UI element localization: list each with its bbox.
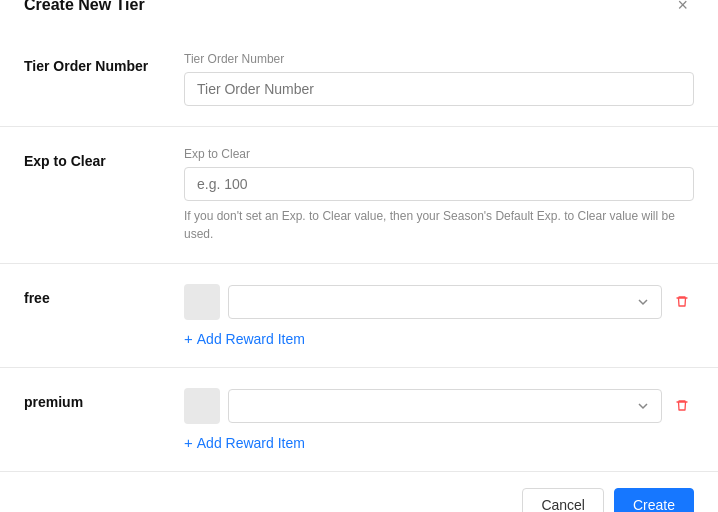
- tier-order-row: Tier Order Number Tier Order Number: [0, 32, 718, 127]
- free-reward-thumbnail: [184, 284, 220, 320]
- exp-to-clear-row: Exp to Clear Exp to Clear If you don't s…: [0, 127, 718, 264]
- free-reward-select[interactable]: [228, 285, 662, 319]
- exp-to-clear-input[interactable]: [184, 167, 694, 201]
- exp-to-clear-help: If you don't set an Exp. to Clear value,…: [184, 207, 694, 243]
- cancel-button[interactable]: Cancel: [522, 488, 604, 512]
- free-delete-button[interactable]: [670, 290, 694, 314]
- free-reward-row: [184, 284, 694, 320]
- tier-order-content: Tier Order Number: [184, 52, 694, 106]
- free-plus-icon: +: [184, 330, 193, 347]
- modal-body: Tier Order Number Tier Order Number Exp …: [0, 32, 718, 471]
- tier-order-label: Tier Order Number: [24, 52, 184, 74]
- free-content: + Add Reward Item: [184, 284, 694, 347]
- trash-icon: [674, 398, 690, 414]
- exp-to-clear-sublabel: Exp to Clear: [184, 147, 694, 161]
- modal-title: Create New Tier: [24, 0, 145, 14]
- close-button[interactable]: ×: [671, 0, 694, 16]
- free-label: free: [24, 284, 184, 306]
- modal-overlay: Create New Tier × Tier Order Number Tier…: [0, 0, 718, 512]
- tier-order-input[interactable]: [184, 72, 694, 106]
- modal-dialog: Create New Tier × Tier Order Number Tier…: [0, 0, 718, 512]
- premium-reward-thumbnail: [184, 388, 220, 424]
- free-row: free +: [0, 264, 718, 368]
- trash-icon: [674, 294, 690, 310]
- premium-add-reward-button[interactable]: + Add Reward Item: [184, 434, 305, 451]
- premium-plus-icon: +: [184, 434, 193, 451]
- free-add-reward-label: Add Reward Item: [197, 331, 305, 347]
- exp-to-clear-content: Exp to Clear If you don't set an Exp. to…: [184, 147, 694, 243]
- tier-order-sublabel: Tier Order Number: [184, 52, 694, 66]
- premium-add-reward-label: Add Reward Item: [197, 435, 305, 451]
- modal-header: Create New Tier ×: [0, 0, 718, 32]
- premium-content: + Add Reward Item: [184, 388, 694, 451]
- premium-reward-row: [184, 388, 694, 424]
- premium-row: premium +: [0, 368, 718, 471]
- premium-label: premium: [24, 388, 184, 410]
- modal-footer: Cancel Create: [0, 471, 718, 512]
- premium-delete-button[interactable]: [670, 394, 694, 418]
- exp-to-clear-label: Exp to Clear: [24, 147, 184, 169]
- premium-reward-select[interactable]: [228, 389, 662, 423]
- create-button[interactable]: Create: [614, 488, 694, 512]
- free-add-reward-button[interactable]: + Add Reward Item: [184, 330, 305, 347]
